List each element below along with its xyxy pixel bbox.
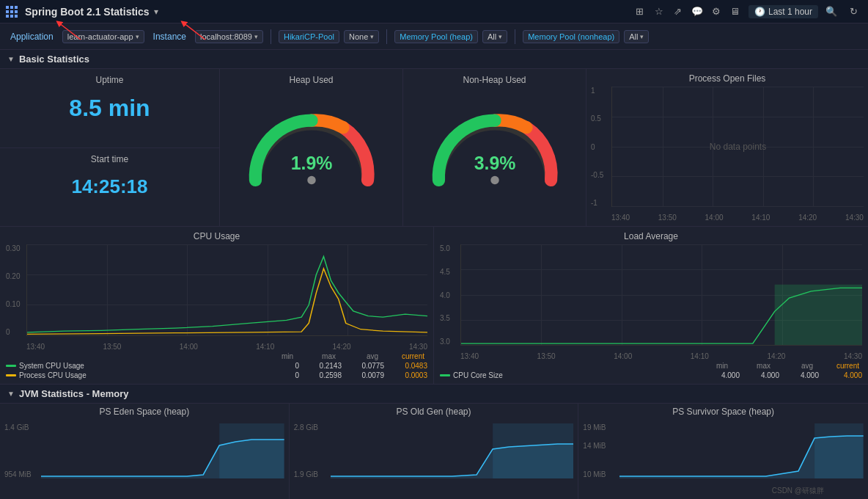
hikari-none-arrow: ▾ (370, 33, 374, 40)
cpu-y-labels: 0.300.200.100 (6, 244, 26, 336)
nonheap-all-select[interactable]: All ▾ (624, 30, 649, 43)
cpu-panel: CPU Usage 0.300.200.100 (0, 227, 434, 384)
nonheap-select[interactable]: Memory Pool (nonheap) (523, 30, 619, 43)
uptime-value: 8.5 min (69, 95, 150, 122)
open-files-panel: Process Open Files 10.50-0.5-1 No data p… (586, 69, 868, 226)
eden-title: PS Eden Space (heap) (4, 407, 284, 417)
star-icon[interactable]: ☆ (650, 3, 668, 21)
hikari-label: HikariCP-Pool (284, 32, 334, 41)
search-icon[interactable]: 🔍 (823, 3, 840, 21)
cpu-line-chart (27, 244, 427, 335)
collapse-arrow[interactable]: ▼ (7, 55, 15, 63)
heap-all-arrow: ▾ (499, 33, 502, 40)
load-y-labels: 5.04.54.03.53.0 (440, 244, 460, 346)
starttime-label: Start time (0, 154, 219, 164)
survivor-y-top: 19 MiB (583, 423, 606, 431)
app-value: learn-actuator-app (67, 32, 133, 41)
heap-all: All (488, 32, 496, 41)
heap-all-select[interactable]: All ▾ (482, 30, 507, 43)
old-gen-y-top: 2.8 GiB (294, 423, 318, 431)
monitor-icon[interactable]: 🖥 (727, 3, 744, 21)
load-col-max: max (734, 362, 770, 370)
jvm-stats-header: ▼ JVM Statistics - Memory (0, 385, 868, 404)
app-arrow: ▾ (136, 33, 139, 40)
jvm-grid: PS Eden Space (heap) 1.4 GiB 954 MiB PS … (0, 404, 868, 499)
app-select[interactable]: learn-actuator-app ▾ (62, 30, 144, 43)
load-line-chart (461, 244, 862, 345)
svg-text:1.9%: 1.9% (290, 153, 332, 173)
system-cpu-current: 0.0483 (387, 362, 427, 370)
apps-icon[interactable] (6, 6, 18, 18)
open-files-title: Process Open Files (591, 73, 864, 84)
divider-1 (271, 29, 271, 44)
app-label: Application (6, 29, 58, 44)
process-cpu-current: 0.0003 (387, 371, 427, 379)
cpu-col-avg: avg (342, 352, 378, 360)
svg-point-2 (490, 175, 499, 183)
charts-row: CPU Usage 0.300.200.100 (0, 227, 868, 385)
time-picker[interactable]: 🕐 Last 1 hour (749, 5, 818, 18)
heap-label: Memory Pool (heap) (400, 32, 473, 41)
basic-stats-header: ▼ Basic Statistics (0, 50, 868, 69)
comment-icon[interactable]: 💬 (688, 3, 706, 21)
svg-marker-8 (331, 444, 574, 478)
survivor-title: PS Survivor Space (heap) (583, 407, 864, 417)
instance-select[interactable]: localhost:8089 ▾ (195, 30, 263, 43)
uptime-panel: Uptime 8.5 min Start time 14:25:18 (0, 69, 220, 226)
gear-icon[interactable]: ⚙ (707, 3, 725, 21)
cpu-plot (26, 244, 427, 336)
old-gen-y-bottom: 1.9 GiB (294, 470, 318, 478)
filterbar: Application learn-actuator-app ▾ Instanc… (0, 23, 868, 50)
title-dropdown-arrow[interactable]: ▾ (154, 7, 158, 17)
svg-marker-10 (619, 436, 864, 478)
nonheap-gauge: 3.9% (422, 106, 568, 189)
load-col-avg: avg (776, 362, 813, 370)
survivor-panel: PS Survivor Space (heap) 19 MiB 14 MiB 1… (578, 404, 868, 499)
cpu-title: CPU Usage (6, 231, 427, 241)
process-cpu-avg: 0.0079 (345, 371, 384, 379)
hikari-select[interactable]: HikariCP-Pool (279, 30, 339, 43)
svg-text:3.9%: 3.9% (474, 153, 515, 173)
heap-gauge-svg: 1.9% (238, 106, 385, 187)
load-title: Load Average (440, 231, 862, 241)
instance-label: Instance (149, 29, 191, 44)
process-cpu-min: 0 (277, 371, 299, 379)
load-x-labels: 13:4013:5014:0014:1014:2014:30 (460, 352, 862, 360)
cpu-core-min: 4.000 (710, 371, 740, 379)
old-gen-panel: PS Old Gen (heap) 2.8 GiB 1.9 GiB (290, 404, 579, 499)
load-plot (460, 244, 862, 346)
old-gen-title: PS Old Gen (heap) (294, 407, 574, 417)
jvm-collapse-arrow[interactable]: ▼ (7, 390, 15, 398)
cpu-x-labels: 13:4013:5014:0014:1014:2014:30 (26, 343, 427, 351)
hikari-none-select[interactable]: None ▾ (344, 30, 379, 43)
process-cpu-max: 0.2598 (302, 371, 342, 379)
no-data-label: No data points (612, 142, 864, 152)
eden-space-panel: PS Eden Space (heap) 1.4 GiB 954 MiB (0, 404, 290, 499)
svg-point-0 (307, 175, 315, 183)
page-title: Spring Boot 2.1 Statistics (25, 6, 150, 18)
eden-y-top: 1.4 GiB (4, 423, 29, 431)
jvm-stats-title: JVM Statistics - Memory (19, 388, 129, 399)
share-icon[interactable]: ⇗ (669, 3, 687, 21)
eden-y-bottom: 954 MiB (4, 470, 32, 478)
cpu-col-current: current (384, 352, 424, 360)
time-label: Last 1 hour (768, 7, 812, 17)
dashboard-icon[interactable]: ⊞ (631, 3, 649, 21)
refresh-icon[interactable]: ↻ (845, 3, 862, 21)
nonheap-used-label: Non-Heap Used (403, 75, 586, 85)
process-cpu-label: Process CPU Usage (19, 371, 274, 379)
instance-arrow: ▾ (254, 33, 258, 40)
survivor-line (619, 423, 864, 478)
load-legend: min max avg current CPU Core Size 4.000 … (440, 362, 862, 379)
heap-select[interactable]: Memory Pool (heap) (394, 30, 478, 43)
openfiles-plot: No data points (611, 87, 864, 207)
nonheap-label: Memory Pool (nonheap) (528, 32, 614, 41)
cpu-core-icon (440, 374, 450, 376)
topbar-right: ⊞ ☆ ⇗ 💬 ⚙ 🖥 🕐 Last 1 hour 🔍 ↻ (631, 3, 862, 21)
cpu-core-avg: 4.000 (782, 371, 819, 379)
eden-chart: 1.4 GiB 954 MiB (4, 420, 284, 493)
cpu-core-max: 4.000 (743, 371, 779, 379)
survivor-y-mid: 14 MiB (583, 442, 606, 450)
old-gen-chart: 2.8 GiB 1.9 GiB (294, 420, 574, 493)
instance-value: localhost:8089 (200, 32, 252, 41)
